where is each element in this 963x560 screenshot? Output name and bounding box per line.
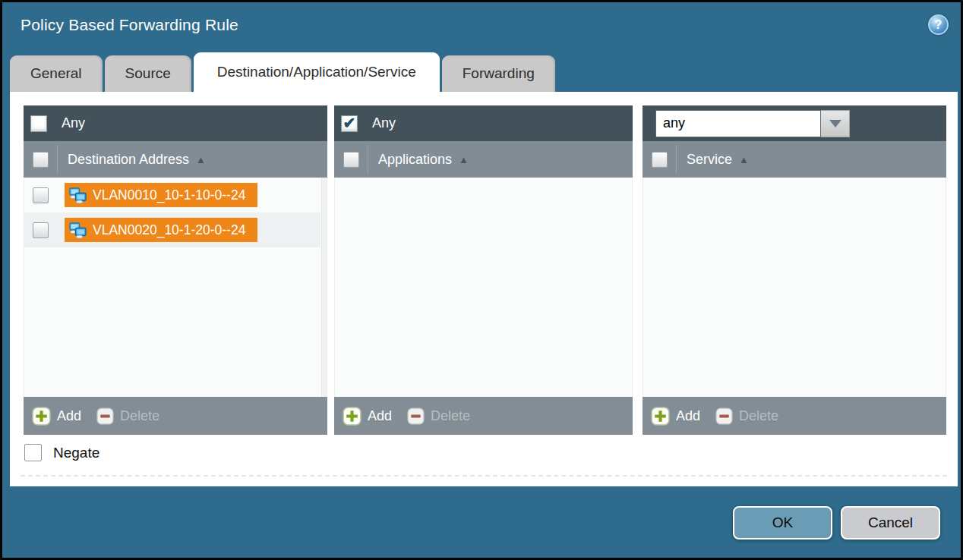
service-column-header: Service ▲ — [643, 141, 946, 178]
tab-source[interactable]: Source — [105, 55, 191, 92]
sort-ascending-icon: ▲ — [739, 155, 749, 165]
network-address-icon — [69, 187, 87, 203]
destination-column-header: Destination Address ▲ — [24, 141, 327, 178]
plus-icon — [343, 407, 362, 426]
sort-ascending-icon: ▲ — [196, 155, 206, 165]
delete-button[interactable]: Delete — [407, 407, 470, 425]
applications-column: Any Applications ▲ Add — [334, 105, 633, 435]
add-button[interactable]: Add — [343, 407, 392, 426]
network-address-icon — [69, 222, 87, 238]
plus-icon — [32, 407, 51, 426]
applications-header-label[interactable]: Applications ▲ — [378, 152, 469, 168]
service-dropdown-value[interactable]: any — [655, 110, 821, 137]
chevron-down-icon — [829, 120, 841, 127]
negate-label: Negate — [53, 445, 99, 461]
delete-button[interactable]: Delete — [715, 407, 778, 425]
destination-any-bar: Any — [24, 105, 327, 141]
service-action-bar: Add Delete — [643, 397, 946, 435]
address-object-chip[interactable]: VLAN0010_10-1-10-0--24 — [65, 183, 257, 207]
applications-column-header: Applications ▲ — [334, 141, 633, 178]
applications-action-bar: Add Delete — [334, 397, 633, 435]
address-object-label: VLAN0010_10-1-10-0--24 — [93, 187, 245, 203]
destination-header-label[interactable]: Destination Address ▲ — [68, 152, 206, 168]
tab-forwarding[interactable]: Forwarding — [442, 55, 555, 92]
destination-select-all-checkbox[interactable] — [33, 152, 49, 168]
minus-icon — [407, 407, 425, 425]
minus-icon — [96, 407, 114, 425]
address-object-chip[interactable]: VLAN0020_10-1-20-0--24 — [65, 218, 257, 242]
row-checkbox[interactable] — [33, 187, 49, 203]
dropdown-button[interactable] — [821, 110, 850, 137]
dialog-footer: OK Cancel — [733, 506, 940, 540]
destination-address-list: VLAN0010_10-1-10-0--24 — [24, 178, 327, 397]
service-header-label[interactable]: Service ▲ — [687, 152, 749, 168]
destination-address-column: Any Destination Address ▲ — [24, 105, 327, 435]
destination-any-checkbox[interactable] — [30, 115, 47, 132]
table-row[interactable]: VLAN0020_10-1-20-0--24 — [24, 212, 320, 247]
destination-action-bar: Add Delete — [24, 397, 327, 435]
ok-button[interactable]: OK — [733, 506, 832, 540]
applications-list — [334, 178, 633, 397]
service-dropdown: any — [655, 110, 850, 137]
divider — [57, 145, 58, 174]
tab-content-panel: Any Destination Address ▲ — [10, 92, 958, 486]
help-icon[interactable]: ? — [928, 14, 949, 35]
table-row[interactable]: VLAN0010_10-1-10-0--24 — [24, 178, 320, 212]
tab-bar: General Source Destination/Application/S… — [10, 52, 557, 92]
applications-select-all-checkbox[interactable] — [343, 152, 359, 168]
divider — [676, 145, 677, 174]
divider — [368, 145, 368, 174]
address-object-label: VLAN0020_10-1-20-0--24 — [93, 222, 245, 238]
negate-option: Negate — [24, 444, 99, 461]
destination-any-label: Any — [62, 115, 85, 131]
service-column: any Service ▲ — [643, 105, 946, 435]
delete-button[interactable]: Delete — [96, 407, 159, 425]
cancel-button[interactable]: Cancel — [841, 506, 940, 540]
add-button[interactable]: Add — [32, 407, 81, 426]
service-dropdown-bar: any — [643, 105, 946, 141]
add-button[interactable]: Add — [651, 407, 700, 426]
negate-checkbox[interactable] — [24, 444, 42, 461]
service-select-all-checkbox[interactable] — [652, 152, 668, 168]
tab-destination-application-service[interactable]: Destination/Application/Service — [194, 52, 440, 92]
sort-ascending-icon: ▲ — [459, 155, 469, 165]
policy-based-forwarding-dialog: Policy Based Forwarding Rule ? General S… — [0, 0, 963, 560]
applications-any-bar: Any — [334, 105, 633, 141]
scrollbar-track[interactable] — [321, 178, 327, 397]
tab-general[interactable]: General — [10, 55, 103, 92]
service-list — [643, 178, 946, 397]
plus-icon — [651, 407, 670, 426]
applications-any-label: Any — [372, 115, 396, 131]
minus-icon — [715, 407, 733, 425]
dialog-title: Policy Based Forwarding Rule — [21, 16, 238, 34]
row-checkbox[interactable] — [33, 222, 49, 238]
applications-any-checkbox[interactable] — [341, 115, 358, 132]
